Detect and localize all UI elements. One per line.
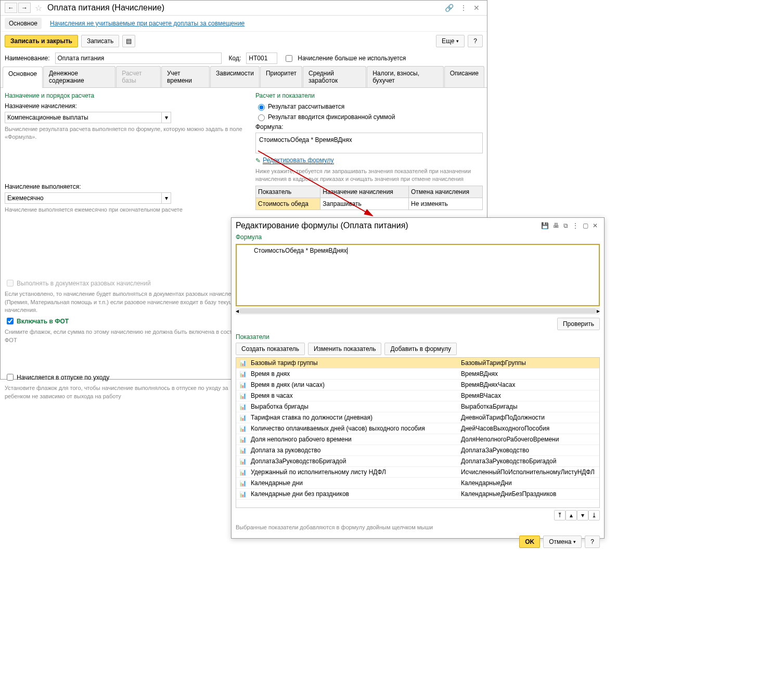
list-item[interactable]: 📊Календарные дни без праздниковКалендарн…: [236, 489, 599, 500]
tab-uchet-vremeni[interactable]: Учет времени: [161, 66, 210, 87]
ind-th-cancel: Отмена начисления: [409, 186, 483, 198]
unused-label: Начисление больше не используется: [298, 55, 406, 62]
list-item[interactable]: 📊Время в часахВремяВЧасах: [236, 390, 599, 401]
ok-button[interactable]: OK: [519, 536, 540, 548]
link-icon[interactable]: 🔗: [445, 4, 454, 12]
indicator-icon: 📊: [239, 480, 248, 487]
indicator-name: Время в часах: [251, 392, 461, 399]
cancel-button[interactable]: Отмена: [543, 536, 582, 548]
list-item[interactable]: 📊Базовый тариф группыБазовыйТарифГруппы: [236, 358, 599, 369]
ind-row[interactable]: Стоимость обеда Запрашивать Не изменять: [256, 198, 483, 210]
code-label: Код:: [229, 55, 241, 62]
w2-formula-label: Формула: [236, 233, 600, 241]
list-item[interactable]: 📊Доплата за руководствоДоплатаЗаРуководс…: [236, 445, 599, 456]
favorite-icon[interactable]: ☆: [35, 3, 42, 13]
indicator-name: Календарные дни без праздников: [251, 490, 461, 498]
indicator-icon: 📊: [239, 371, 248, 377]
more-button[interactable]: Еще: [436, 35, 465, 47]
w2-indicators-label: Показатели: [236, 333, 600, 341]
list-item[interactable]: 📊Время в днях (или часах)ВремяВДняхЧасах: [236, 380, 599, 390]
chevron-down-icon[interactable]: ▾: [162, 112, 171, 123]
chevron-down-icon[interactable]: ▾: [162, 192, 171, 204]
radio-fixed-row: Результат вводится фиксированной суммой: [255, 113, 483, 121]
indicators-help: Ниже укажите, требуется ли запрашивать з…: [255, 167, 483, 184]
indicator-icon: 📊: [239, 403, 248, 410]
popout-icon[interactable]: ⧉: [563, 222, 568, 229]
nav-first-button[interactable]: ⤒: [554, 510, 565, 520]
unused-checkbox[interactable]: [286, 55, 292, 62]
edit-formula-link[interactable]: Редактировать формулу: [263, 157, 334, 164]
list-item[interactable]: 📊Количество оплачиваемых дней (часов) вы…: [236, 423, 599, 434]
print-icon[interactable]: 🖶: [553, 222, 559, 229]
indicator-name: Время в днях (или часах): [251, 381, 461, 388]
help-button[interactable]: ?: [468, 35, 483, 47]
nav-forward-button[interactable]: →: [18, 3, 31, 13]
more-icon[interactable]: ⋮: [460, 4, 467, 12]
indicators-list[interactable]: 📊Базовый тариф группыБазовыйТарифГруппы📊…: [236, 357, 600, 508]
subtab-main[interactable]: Основное: [5, 18, 42, 29]
list-item[interactable]: 📊Календарные дниКалендарныеДни: [236, 478, 599, 489]
list-item[interactable]: 📊Доля неполного рабочего времениДоляНепо…: [236, 434, 599, 445]
cb-maternity-label: Начисляется в отпуске по уходу: [17, 374, 109, 381]
radio-fixed-label: Результат вводится фиксированной суммой: [268, 113, 395, 121]
cb-fot[interactable]: [7, 318, 14, 324]
list-item[interactable]: 📊Тарифная ставка по должности (дневная)Д…: [236, 412, 599, 423]
indicator-icon: 📊: [239, 491, 248, 498]
purpose-input[interactable]: [5, 112, 162, 123]
cb-fot-help: Снимите флажок, если сумма по этому начи…: [5, 328, 249, 344]
list-item[interactable]: 📊ДоплатаЗаРуководствоБригадойДоплатаЗаРу…: [236, 456, 599, 467]
scrollbar[interactable]: ◂▸: [236, 307, 600, 315]
tab-sredniy[interactable]: Средний заработок: [303, 66, 366, 87]
list-item[interactable]: 📊Время в дняхВремяВДнях: [236, 369, 599, 380]
tab-osnovnoe[interactable]: Основное: [3, 67, 43, 88]
tab-nalogi[interactable]: Налоги, взносы, бухучет: [367, 66, 444, 87]
ind-th-assign: Назначение начисления: [320, 186, 409, 198]
formula-textarea[interactable]: СтоимостьОбеда * ВремяВДнях: [236, 244, 600, 306]
save-close-button[interactable]: Записать и закрыть: [5, 35, 78, 47]
name-input[interactable]: [55, 53, 222, 64]
tab-denezhnoe[interactable]: Денежное содержание: [43, 66, 115, 87]
indicator-code: ДоляНеполногоРабочегоВремени: [461, 436, 596, 443]
indicator-icon: 📊: [239, 436, 248, 443]
window-title: Оплата питания (Начисление): [47, 3, 164, 12]
cb-onetime: [7, 280, 14, 286]
purpose-label: Назначение начисления:: [5, 102, 249, 110]
help-button[interactable]: ?: [585, 536, 600, 548]
indicator-code: ДневнойТарифПоДолжности: [461, 414, 596, 421]
toolbar: Записать и закрыть Записать ▤ Еще ?: [1, 32, 487, 50]
exec-input[interactable]: [5, 192, 162, 204]
edit-formula-link-row: ✎ Редактировать формулу: [255, 157, 483, 164]
radio-fixed[interactable]: [258, 114, 265, 121]
nav-down-button[interactable]: ▾: [577, 510, 588, 520]
cb-maternity[interactable]: [7, 374, 14, 381]
cb-fot-label: Включать в ФОТ: [17, 318, 69, 325]
save-icon[interactable]: 💾: [541, 222, 549, 229]
create-indicator-button[interactable]: Создать показатель: [236, 343, 305, 355]
indicator-code: ВремяВДняхЧасах: [461, 381, 596, 388]
indicator-code: ВыработкаБригады: [461, 403, 596, 410]
add-to-formula-button[interactable]: Добавить в формулу: [384, 343, 456, 355]
tab-zavisimosti[interactable]: Зависимости: [210, 66, 260, 87]
report-button[interactable]: ▤: [122, 35, 135, 47]
save-button[interactable]: Записать: [81, 35, 119, 47]
maximize-icon[interactable]: ▢: [583, 222, 588, 229]
check-button[interactable]: Проверить: [557, 318, 600, 330]
indicator-name: Календарные дни: [251, 479, 461, 487]
close-icon[interactable]: ✕: [473, 4, 480, 12]
nav-last-button[interactable]: ⤓: [588, 510, 600, 520]
edit-indicator-button[interactable]: Изменить показатель: [308, 343, 382, 355]
list-item[interactable]: 📊Удержанный по исполнительному листу НДФ…: [236, 467, 599, 478]
purpose-help: Вычисление результата расчета выполняетс…: [5, 125, 249, 141]
close-icon[interactable]: ✕: [593, 222, 598, 229]
exec-dropdown[interactable]: ▾: [5, 192, 171, 204]
purpose-dropdown[interactable]: ▾: [5, 112, 171, 123]
list-item[interactable]: 📊Выработка бригадыВыработкаБригады: [236, 401, 599, 412]
nav-back-button[interactable]: ←: [5, 3, 17, 13]
code-input[interactable]: [246, 53, 277, 64]
tab-opisanie[interactable]: Описание: [444, 66, 484, 87]
subtab-exclusions[interactable]: Начисления не учитываемые при расчете до…: [46, 18, 249, 29]
radio-calc[interactable]: [258, 104, 265, 111]
more-icon[interactable]: ⋮: [572, 222, 579, 229]
tab-prioritet[interactable]: Приоритет: [260, 66, 302, 87]
nav-up-button[interactable]: ▴: [565, 510, 577, 520]
